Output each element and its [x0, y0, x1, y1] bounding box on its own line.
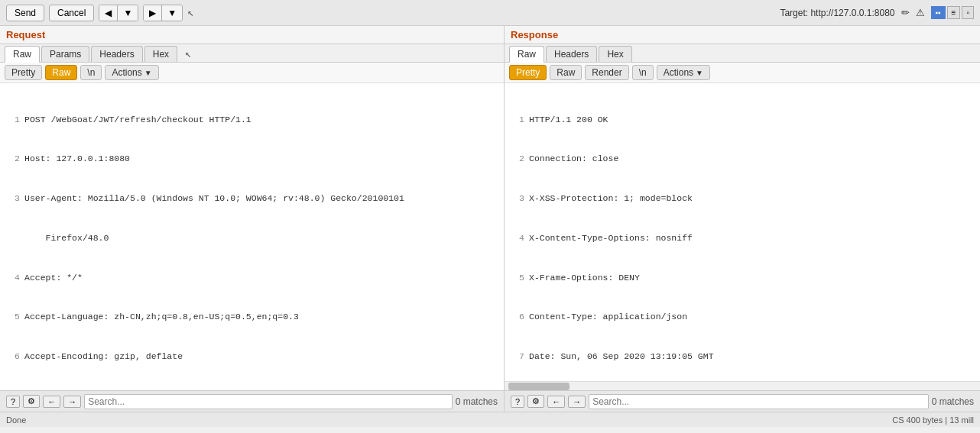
top-bar: Send Cancel ◀ ▼ ▶ ▼ ↖ Target: http://127…	[0, 0, 980, 26]
done-label: Done	[6, 415, 26, 425]
subtab-raw-request[interactable]: Raw	[45, 65, 77, 80]
matches-count-request: 0 matches	[456, 396, 498, 407]
resp-line-2: 2Connection: close	[509, 152, 975, 165]
resp-line-3: 3X-XSS-Protection: 1; mode=block	[509, 192, 975, 205]
req-line-4: 4Accept: */*	[5, 271, 499, 284]
actions-button-request[interactable]: Actions ▼	[105, 65, 158, 80]
next-button[interactable]: ▶	[144, 5, 162, 21]
navigation-group: ◀ ▼	[99, 5, 138, 21]
response-panel-header: Response	[505, 26, 980, 44]
status-bar: Done CS 400 bytes | 13 mill	[0, 412, 980, 427]
actions-arrow-response: ▼	[696, 69, 703, 77]
resp-line-7: 7Date: Sun, 06 Sep 2020 13:19:05 GMT	[509, 350, 975, 363]
request-tab-bar: Raw Params Headers Hex ↖	[0, 44, 504, 63]
subtab-ln-request[interactable]: \n	[80, 65, 102, 80]
response-tab-bar: Raw Headers Hex	[505, 44, 980, 63]
subtab-render-response[interactable]: Render	[585, 65, 628, 80]
h-scroll-thumb	[508, 383, 570, 390]
matches-count-response: 0 matches	[932, 396, 974, 407]
response-horizontal-scrollbar[interactable]	[505, 381, 980, 390]
cancel-button[interactable]: Cancel	[49, 5, 94, 21]
req-line-5: 5Accept-Language: zh-CN,zh;q=0.8,en-US;q…	[5, 310, 499, 323]
next-dropdown-button[interactable]: ▼	[162, 5, 182, 21]
response-panel: Response Raw Headers Hex Pretty Raw Rend…	[505, 26, 980, 412]
subtab-ln-response[interactable]: \n	[632, 65, 654, 80]
search-input-response[interactable]	[589, 394, 929, 409]
req-line-3: 3User-Agent: Mozilla/5.0 (Windows NT 10.…	[5, 192, 499, 205]
req-line-7: 7DNT: 1	[5, 389, 499, 390]
tab-hex-request[interactable]: Hex	[144, 46, 177, 62]
req-line-2: 2Host: 127.0.0.1:8080	[5, 152, 499, 165]
prev-search-btn-request[interactable]: ←	[43, 396, 60, 408]
help-btn-request[interactable]: ?	[6, 396, 20, 408]
response-bottom-bar: ? ⚙ ← → 0 matches	[505, 390, 980, 412]
single-view-button[interactable]: ▫	[962, 6, 974, 19]
subtab-raw-response[interactable]: Raw	[550, 65, 582, 80]
response-subtab-bar: Pretty Raw Render \n Actions ▼	[505, 63, 980, 83]
resp-line-1: 1HTTP/1.1 200 OK	[509, 113, 975, 126]
warn-icon[interactable]: ⚠	[916, 7, 925, 18]
request-panel-header: Request	[0, 26, 504, 44]
prev-button[interactable]: ◀	[99, 5, 118, 21]
subtab-pretty-request[interactable]: Pretty	[5, 65, 42, 80]
tab-headers-request[interactable]: Headers	[91, 46, 142, 62]
req-line-6: 6Accept-Encoding: gzip, deflate	[5, 350, 499, 363]
tab-raw-response[interactable]: Raw	[509, 46, 544, 63]
subtab-pretty-response[interactable]: Pretty	[509, 65, 547, 80]
tab-raw-request[interactable]: Raw	[5, 46, 40, 63]
req-line-1: 1POST /WebGoat/JWT/refresh/checkout HTTP…	[5, 113, 499, 126]
send-button[interactable]: Send	[6, 5, 44, 21]
cursor-icon-request: ↖	[185, 47, 191, 60]
tab-headers-response[interactable]: Headers	[546, 46, 597, 62]
prev-dropdown-button[interactable]: ▼	[118, 5, 138, 21]
prev-search-btn-response[interactable]: ←	[547, 396, 565, 408]
actions-label-request: Actions	[112, 67, 141, 78]
resp-line-6: 6Content-Type: application/json	[509, 310, 975, 323]
tab-params-request[interactable]: Params	[41, 46, 89, 62]
req-line-3b: Firefox/48.0	[5, 231, 499, 244]
forward-navigation-group: ▶ ▼	[143, 5, 183, 21]
list-view-button[interactable]: ≡	[947, 6, 961, 19]
actions-label-response: Actions	[664, 67, 693, 78]
cursor-arrow-icon: ↖	[187, 6, 193, 19]
main-area: Request Raw Params Headers Hex ↖ Pretty …	[0, 26, 980, 412]
help-btn-response[interactable]: ?	[511, 396, 524, 408]
resp-line-5: 5X-Frame-Options: DENY	[509, 271, 975, 284]
actions-arrow-request: ▼	[144, 69, 152, 77]
request-panel: Request Raw Params Headers Hex ↖ Pretty …	[0, 26, 505, 412]
next-search-btn-response[interactable]: →	[568, 396, 586, 408]
info-label: CS 400 bytes | 13 mill	[892, 415, 974, 425]
split-view-button[interactable]: ▪▪	[931, 6, 946, 19]
resp-line-4: 4X-Content-Type-Options: nosniff	[509, 231, 975, 244]
request-bottom-bar: ? ⚙ ← → 0 matches	[0, 390, 504, 412]
actions-button-response[interactable]: Actions ▼	[657, 65, 710, 80]
view-buttons: ▪▪ ≡ ▫	[931, 6, 974, 19]
next-search-btn-request[interactable]: →	[63, 396, 81, 408]
request-code-area[interactable]: 1POST /WebGoat/JWT/refresh/checkout HTTP…	[0, 83, 504, 390]
search-input-request[interactable]	[84, 394, 453, 409]
tab-hex-response[interactable]: Hex	[599, 46, 631, 62]
settings-btn-request[interactable]: ⚙	[23, 395, 40, 408]
edit-icon[interactable]: ✏	[901, 7, 910, 18]
target-area: Target: http://127.0.0.1:8080 ✏ ⚠ ▪▪ ≡ ▫	[780, 6, 974, 19]
request-subtab-bar: Pretty Raw \n Actions ▼	[0, 63, 504, 83]
response-code-area[interactable]: 1HTTP/1.1 200 OK 2Connection: close 3X-X…	[505, 83, 980, 381]
settings-btn-response[interactable]: ⚙	[527, 395, 544, 408]
target-label: Target: http://127.0.0.1:8080	[780, 8, 894, 18]
